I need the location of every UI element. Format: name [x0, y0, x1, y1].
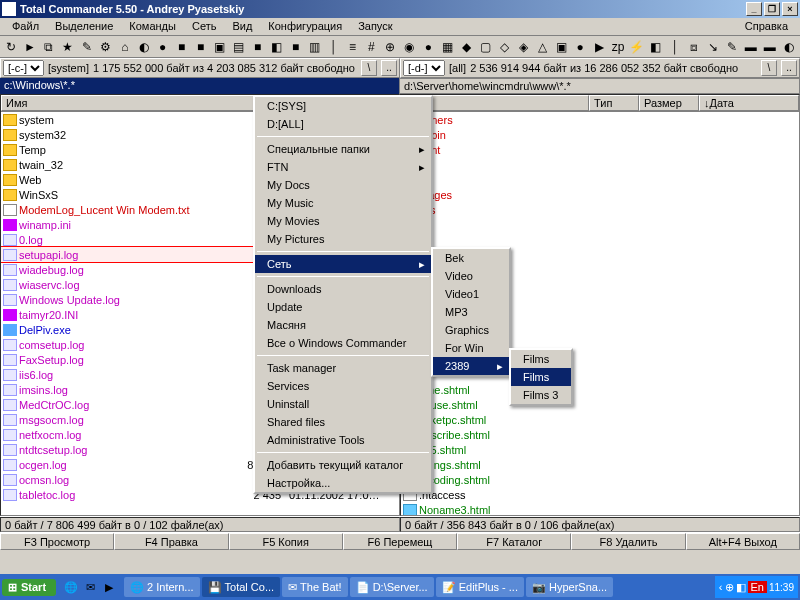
menu-item[interactable]: My Pictures: [255, 230, 431, 248]
taskbar-task[interactable]: 💾Total Co...: [202, 577, 281, 597]
file-row[interactable]: ocketpc.shtml: [401, 412, 799, 427]
menu-item[interactable]: Films 3: [511, 386, 571, 404]
toolbar-button[interactable]: ✎: [78, 38, 96, 56]
file-row[interactable]: etcoding.shtml: [401, 472, 799, 487]
toolbar-button[interactable]: ≡: [343, 38, 361, 56]
file-row[interactable]: [401, 232, 799, 247]
fn-button[interactable]: F7 Каталог: [457, 533, 571, 550]
menu-item[interactable]: Добавить текущий каталог: [255, 456, 431, 474]
taskbar-task[interactable]: 🌐2 Intern...: [124, 577, 199, 597]
menu-item[interactable]: Специальные папки▸: [255, 140, 431, 158]
ql-icon[interactable]: ▶: [100, 577, 118, 597]
toolbar-button[interactable]: ◐: [135, 38, 153, 56]
root-button-right[interactable]: \: [761, 60, 777, 76]
toolbar-button[interactable]: ⌂: [116, 38, 134, 56]
taskbar-task[interactable]: 📄D:\Server...: [350, 577, 434, 597]
menu-item[interactable]: Файл: [4, 18, 47, 35]
tray-icon[interactable]: ◧: [736, 581, 746, 594]
context-menu-3[interactable]: FilmsFilmsFilms 3: [509, 348, 573, 406]
toolbar-button[interactable]: ⧈: [685, 38, 703, 56]
ql-icon[interactable]: ✉: [81, 577, 99, 597]
toolbar-button[interactable]: zp: [609, 38, 627, 56]
file-row[interactable]: ettings.shtml: [401, 457, 799, 472]
menu-item[interactable]: Task manager: [255, 359, 431, 377]
close-button[interactable]: ×: [782, 2, 798, 16]
toolbar-button[interactable]: ▥: [306, 38, 324, 56]
menu-item[interactable]: Video: [433, 267, 509, 285]
file-row[interactable]: ultuse.shtml: [401, 397, 799, 412]
menu-item[interactable]: Конфигурация: [260, 18, 350, 35]
context-menu-1[interactable]: C:[SYS]D:[ALL]Специальные папки▸FTN▸My D…: [253, 95, 433, 494]
start-button[interactable]: ⊞ Start: [2, 579, 56, 596]
toolbar-button[interactable]: ⧉: [40, 38, 58, 56]
toolbar-button[interactable]: ⚙: [97, 38, 115, 56]
tray-icon[interactable]: ⊕: [725, 581, 734, 594]
file-row[interactable]: ng: [401, 157, 799, 172]
file-row[interactable]: les: [401, 172, 799, 187]
up-button-right[interactable]: ..: [781, 60, 797, 76]
menu-item[interactable]: Выделение: [47, 18, 121, 35]
toolbar-button[interactable]: ▦: [438, 38, 456, 56]
menu-item[interactable]: Настройка...: [255, 474, 431, 492]
menu-item[interactable]: Shared files: [255, 413, 431, 431]
toolbar-button[interactable]: ■: [173, 38, 191, 56]
menu-item[interactable]: FTN▸: [255, 158, 431, 176]
toolbar-button[interactable]: ■: [287, 38, 305, 56]
fn-button[interactable]: F6 Перемещ: [343, 533, 457, 550]
tray-lang[interactable]: En: [748, 581, 767, 593]
menu-item[interactable]: My Music: [255, 194, 431, 212]
toolbar-button[interactable]: ▣: [552, 38, 570, 56]
path-right[interactable]: d:\Server\home\wincmdru\www\*.*: [399, 78, 800, 94]
toolbar-button[interactable]: ◧: [647, 38, 665, 56]
toolbar-button[interactable]: ●: [571, 38, 589, 56]
col-type-right[interactable]: Тип: [589, 95, 639, 111]
fn-button[interactable]: F4 Правка: [114, 533, 228, 550]
toolbar-button[interactable]: ◇: [495, 38, 513, 56]
toolbar-button[interactable]: ▤: [230, 38, 248, 56]
menu-item[interactable]: Services: [255, 377, 431, 395]
menu-item[interactable]: Films: [511, 368, 571, 386]
menu-item[interactable]: My Docs: [255, 176, 431, 194]
col-date-right[interactable]: ↓Дата: [699, 95, 799, 111]
toolbar-button[interactable]: ✎: [723, 38, 741, 56]
toolbar-button[interactable]: ▶: [590, 38, 608, 56]
menu-item[interactable]: Downloads: [255, 280, 431, 298]
file-row[interactable]: anners: [401, 112, 799, 127]
toolbar-button[interactable]: ■: [192, 38, 210, 56]
menu-item[interactable]: C:[SYS]: [255, 97, 431, 115]
menu-item[interactable]: Films: [511, 350, 571, 368]
toolbar-button[interactable]: ◉: [400, 38, 418, 56]
menu-item[interactable]: Запуск: [350, 18, 400, 35]
toolbar-button[interactable]: │: [666, 38, 684, 56]
file-row[interactable]: s55.shtml: [401, 442, 799, 457]
toolbar-button[interactable]: ◈: [514, 38, 532, 56]
taskbar-task[interactable]: ✉The Bat!: [282, 577, 348, 597]
toolbar-button[interactable]: ★: [59, 38, 77, 56]
menu-item[interactable]: For Win: [433, 339, 509, 357]
tray-icon[interactable]: ‹: [719, 581, 723, 593]
fn-button[interactable]: F5 Копия: [229, 533, 343, 550]
toolbar-button[interactable]: ◧: [268, 38, 286, 56]
path-left[interactable]: c:\Windows\*.*: [0, 78, 399, 94]
file-row[interactable]: ount: [401, 142, 799, 157]
drive-select-right[interactable]: [-d-]: [403, 60, 445, 76]
context-menu-2[interactable]: BekVideoVideo1MP3GraphicsFor Win2389▸: [431, 247, 511, 377]
menu-item[interactable]: Graphics: [433, 321, 509, 339]
minimize-button[interactable]: _: [746, 2, 762, 16]
file-row[interactable]: ame.shtml: [401, 382, 799, 397]
menu-item[interactable]: Update: [255, 298, 431, 316]
toolbar-button[interactable]: △: [533, 38, 551, 56]
file-row[interactable]: mages: [401, 187, 799, 202]
file-row[interactable]: gi-bin: [401, 127, 799, 142]
toolbar-button[interactable]: │: [324, 38, 342, 56]
file-row[interactable]: Noname3.html: [401, 502, 799, 515]
toolbar-button[interactable]: ▢: [476, 38, 494, 56]
toolbar-button[interactable]: #: [362, 38, 380, 56]
toolbar-button[interactable]: ◆: [457, 38, 475, 56]
menu-item[interactable]: Все о Windows Commander: [255, 334, 431, 352]
toolbar-button[interactable]: ⚡: [628, 38, 646, 56]
col-name-left[interactable]: Имя: [1, 95, 259, 111]
toolbar-button[interactable]: ↻: [2, 38, 20, 56]
menu-item[interactable]: Uninstall: [255, 395, 431, 413]
fn-button[interactable]: F8 Удалить: [571, 533, 685, 550]
